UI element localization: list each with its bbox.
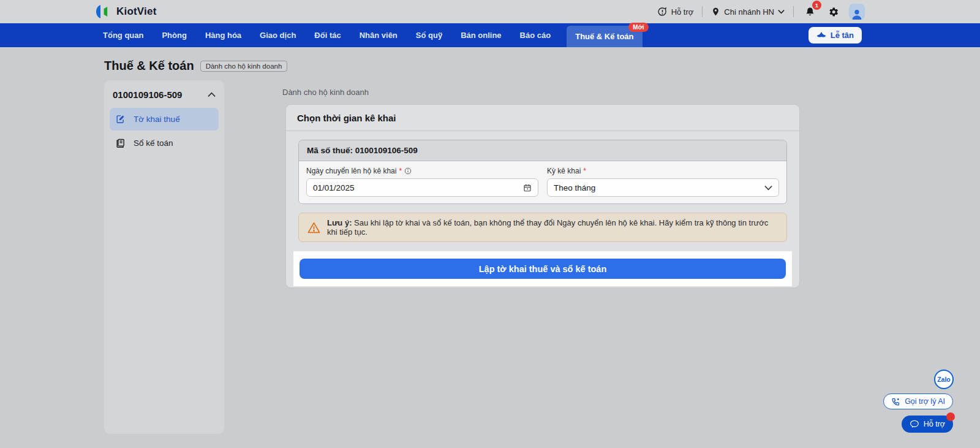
zalo-label: Zalo [937,376,951,383]
sidebar-item-label: Tờ khai thuế [134,115,180,124]
ai-call-label: Gọi trợ lý AI [905,397,945,406]
location-pin-icon [711,7,720,17]
branch-selector[interactable]: Chi nhánh HN [711,7,785,17]
chat-bubble-icon [910,420,919,428]
nav-tabs: Tổng quan Phòng Hàng hóa Giao dịch Đối t… [0,23,643,47]
calendar-icon[interactable] [523,183,532,192]
support-bubble-icon [657,7,668,17]
branch-label: Chi nhánh HN [724,7,774,17]
header-support[interactable]: Hỗ trợ [657,7,694,17]
content-subtitle: Dành cho hộ kinh doanh [282,88,369,97]
nav-tab-nhan-vien[interactable]: Nhân viên [360,31,398,40]
warning-triangle-icon [307,222,320,233]
kiotviet-logo[interactable]: KiotViet [96,4,157,19]
notification-badge: 1 [812,1,821,10]
top-header: KiotViet Hỗ trợ Chi nhánh [0,0,980,23]
period-field: Kỳ kê khai * Theo tháng [547,167,779,197]
kiotviet-screen: KiotViet Hỗ trợ Chi nhánh [0,0,980,448]
nav-tab-thue-ke-toan[interactable]: Thuế & Kế toán Mới [567,26,642,47]
user-avatar[interactable] [849,4,865,20]
main-navbar: Tổng quan Phòng Hàng hóa Giao dịch Đối t… [0,23,980,47]
submit-button[interactable]: Lập tờ khai thuế và sổ kế toán [300,259,786,279]
nav-tab-tong-quan[interactable]: Tổng quan [103,31,143,40]
card-body: Mã số thuế: 0100109106-509 Ngày chuyển l… [286,140,799,287]
date-field: Ngày chuyển lên hộ kê khai* [306,167,538,197]
new-badge: Mới [628,23,648,32]
support-fab-label: Hỗ trợ [924,420,945,428]
reception-label: Lễ tân [831,31,854,40]
info-icon[interactable] [404,167,412,175]
card-title: Chọn thời gian kê khai [286,105,799,131]
page-title-row: Thuế & Kế toán Dành cho hộ kinh doanh [104,59,287,73]
warning-body: Sau khi lập tờ khai và sổ kế toán, bạn k… [327,218,768,237]
tax-form: Ngày chuyển lên hộ kê khai* [299,161,786,203]
tax-code-label: Mã số thuế: 0100109106-509 [299,140,786,161]
date-field-label: Ngày chuyển lên hộ kê khai [306,167,396,175]
tax-info-box: Mã số thuế: 0100109106-509 Ngày chuyển l… [298,140,787,204]
warning-text: Lưu ý: Sau khi lập tờ khai và sổ kế toán… [327,218,778,237]
nav-tab-so-quy[interactable]: Sổ quỹ [416,31,442,40]
nav-tab-ban-online[interactable]: Bán online [461,31,501,40]
required-asterisk: * [399,167,402,175]
ledger-book-icon [115,138,126,148]
date-field-label-row: Ngày chuyển lên hộ kê khai* [306,167,538,175]
active-tab-label: Thuế & Kế toán [575,32,633,41]
nav-tab-bao-cao[interactable]: Báo cáo [520,31,551,40]
settings-gear[interactable] [826,4,840,19]
notifications-bell[interactable]: 1 [802,4,817,19]
chevron-down-icon [764,185,772,191]
header-divider [702,6,703,17]
date-input-wrapper [306,178,538,197]
date-input[interactable] [313,183,523,192]
warning-bold: Lưu ý: [327,218,352,227]
brand-name: KiotViet [116,6,157,18]
header-right-cluster: Hỗ trợ Chi nhánh HN [657,0,865,23]
nav-tab-doi-tac[interactable]: Đối tác [314,31,341,40]
required-asterisk: * [583,167,586,175]
warning-banner: Lưu ý: Sau khi lập tờ khai và sổ kế toán… [298,213,787,242]
kiotviet-logo-icon [96,4,111,19]
page-title: Thuế & Kế toán [104,59,194,73]
sidebar-group-header[interactable]: 0100109106-509 [104,80,224,107]
header-divider [793,6,794,17]
ai-assistant-call-button[interactable]: Gọi trợ lý AI [883,393,953,409]
sidebar-item-so-ke-toan[interactable]: Sổ kế toán [110,132,219,154]
period-field-label: Kỳ kê khai [547,167,581,175]
reception-button[interactable]: Lễ tân [809,27,862,44]
period-select[interactable]: Theo tháng [547,178,779,197]
chevron-up-icon [208,92,216,97]
phone-plus-icon [891,397,900,406]
period-select-value: Theo tháng [554,183,595,192]
sidebar-item-label: Sổ kế toán [134,139,173,148]
document-edit-icon [115,114,126,124]
declaration-card: Chọn thời gian kê khai Mã số thuế: 01001… [285,104,800,288]
chevron-down-icon [778,9,785,14]
sidebar: 0100109106-509 Tờ khai thuế [104,80,224,434]
period-field-label-row: Kỳ kê khai * [547,167,779,175]
sidebar-item-to-khai-thue[interactable]: Tờ khai thuế [110,108,219,131]
sidebar-tax-code: 0100109106-509 [113,89,182,100]
support-label: Hỗ trợ [671,7,694,17]
nav-tab-phong[interactable]: Phòng [162,31,186,40]
support-chat-button[interactable]: Hỗ trợ [902,416,953,433]
lotus-icon [816,31,826,40]
nav-tab-hang-hoa[interactable]: Hàng hóa [205,31,241,40]
submit-spotlight: Lập tờ khai thuế và sổ kế toán [293,251,792,286]
support-notification-dot [946,412,955,421]
page-title-badge: Dành cho hộ kinh doanh [200,61,288,72]
zalo-widget[interactable]: Zalo [934,370,954,389]
nav-tab-giao-dich[interactable]: Giao dịch [260,31,296,40]
